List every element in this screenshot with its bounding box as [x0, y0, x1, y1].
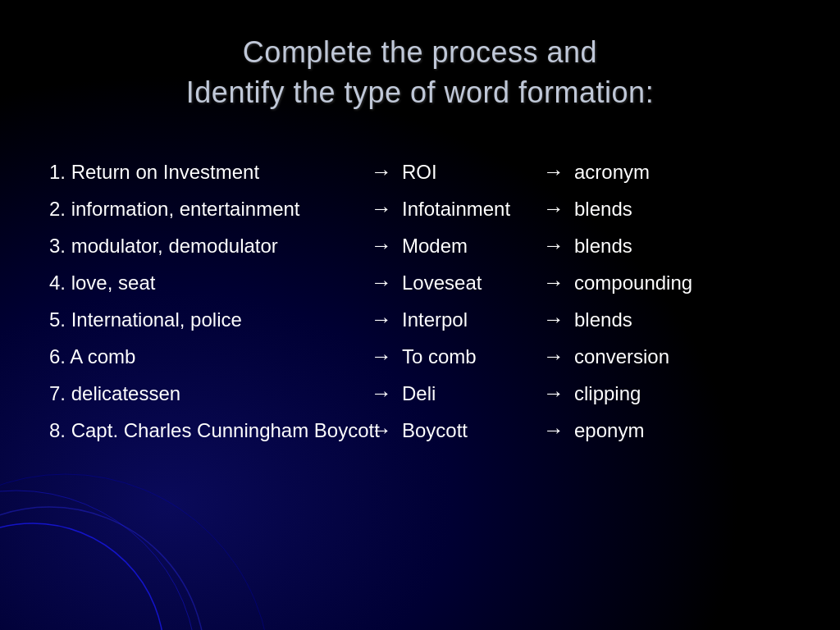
item-row: 5. International, police → Interpol → bl…	[49, 301, 791, 338]
arrow-2-3: →	[533, 270, 574, 295]
item-left-7: 8. Capt. Charles Cunningham Boycott	[49, 419, 361, 442]
arrow-2-2: →	[533, 233, 574, 258]
item-result-3: Loveseat	[402, 272, 533, 294]
item-result-2: Modem	[402, 235, 533, 258]
item-type-3: compounding	[574, 272, 722, 294]
item-type-5: conversion	[574, 345, 722, 368]
item-result-6: Deli	[402, 382, 533, 405]
item-left-2: 3. modulator, demodulator	[49, 235, 361, 258]
item-row: 7. delicatessen → Deli → clipping	[49, 375, 791, 412]
item-row: 1. Return on Investment → ROI → acronym	[49, 153, 791, 190]
item-left-1: 2. information, entertainment	[49, 198, 361, 221]
item-result-0: ROI	[402, 161, 533, 184]
item-left-5: 6. A comb	[49, 345, 361, 368]
item-row: 6. A comb → To comb → conversion	[49, 338, 791, 375]
arrow-1-4: →	[361, 307, 402, 332]
main-content: Complete the process and Identify the ty…	[0, 0, 840, 630]
item-type-6: clipping	[574, 382, 722, 405]
item-left-6: 7. delicatessen	[49, 382, 361, 405]
item-left-3: 4. love, seat	[49, 272, 361, 294]
item-left-4: 5. International, police	[49, 308, 361, 331]
item-result-4: Interpol	[402, 308, 533, 331]
item-type-1: blends	[574, 198, 722, 221]
item-result-5: To comb	[402, 345, 533, 368]
arrow-1-6: →	[361, 381, 402, 406]
arrow-2-4: →	[533, 307, 574, 332]
title-line1: Complete the process and	[243, 35, 597, 69]
arrow-2-0: →	[533, 159, 574, 185]
arrow-1-1: →	[361, 196, 402, 221]
item-type-7: eponym	[574, 419, 722, 442]
item-result-1: Infotainment	[402, 198, 533, 221]
item-type-4: blends	[574, 308, 722, 331]
slide-title: Complete the process and Identify the ty…	[186, 33, 654, 112]
arrow-2-5: →	[533, 344, 574, 369]
item-left-0: 1. Return on Investment	[49, 161, 361, 184]
arrow-1-2: →	[361, 233, 402, 258]
items-list: 1. Return on Investment → ROI → acronym …	[49, 153, 791, 449]
item-row: 4. love, seat → Loveseat → compounding	[49, 264, 791, 301]
arrow-1-3: →	[361, 270, 402, 295]
item-row: 2. information, entertainment → Infotain…	[49, 190, 791, 227]
arrow-1-7: →	[361, 418, 402, 443]
arrow-2-7: →	[533, 418, 574, 443]
item-row: 3. modulator, demodulator → Modem → blen…	[49, 227, 791, 264]
item-result-7: Boycott	[402, 419, 533, 442]
item-row: 8. Capt. Charles Cunningham Boycott → Bo…	[49, 412, 791, 449]
arrow-2-6: →	[533, 381, 574, 406]
item-type-0: acronym	[574, 161, 722, 184]
item-type-2: blends	[574, 235, 722, 258]
arrow-1-0: →	[361, 159, 402, 185]
title-line2: Identify the type of word formation:	[186, 75, 654, 109]
arrow-1-5: →	[361, 344, 402, 369]
arrow-2-1: →	[533, 196, 574, 221]
